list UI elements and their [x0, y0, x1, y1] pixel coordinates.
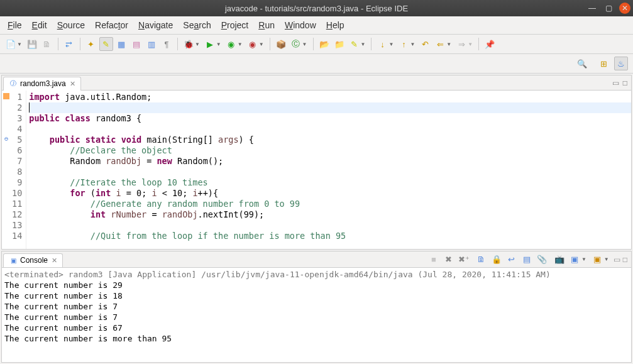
new-dropdown[interactable]: ▼: [17, 41, 22, 47]
line-gutter: 1234567891011121314: [11, 91, 26, 249]
console-output[interactable]: <terminated> random3 [Java Application] …: [2, 268, 631, 362]
save-all-button[interactable]: 🗎: [40, 37, 54, 51]
minimize-view-icon[interactable]: ▭: [612, 79, 619, 87]
console-line: The current number is 7: [4, 312, 629, 323]
open-console-button[interactable]: ▣: [568, 253, 581, 266]
console-line: The current number is more than 95: [4, 333, 629, 344]
menu-source[interactable]: Source: [53, 19, 89, 31]
code-lines[interactable]: import java.util.Random;public class ran…: [26, 91, 631, 249]
console-line: The current number is 18: [4, 290, 629, 301]
next-annotation-button[interactable]: ↓: [375, 37, 389, 51]
toggle-mark-button[interactable]: ✦: [84, 37, 98, 51]
display-selected-button[interactable]: 📺: [553, 253, 566, 266]
perspective-bar: 🔍 ⊞ ♨: [0, 54, 633, 74]
console-tab-close[interactable]: ✕: [52, 256, 57, 265]
editor-area: Ⓙ random3.java ✕ ▭ □ ⊖ 12345678910111213…: [1, 75, 632, 250]
new-console-button[interactable]: ▣: [591, 253, 603, 266]
menu-refactor[interactable]: Refactor: [91, 19, 132, 31]
highlight-button[interactable]: ✎: [99, 37, 113, 51]
java-file-icon: Ⓙ: [9, 79, 18, 88]
tab-label: random3.java: [20, 79, 66, 88]
pin-button[interactable]: 📌: [483, 37, 497, 51]
last-edit-button[interactable]: ↶: [418, 37, 432, 51]
code-editor[interactable]: ⊖ 1234567891011121314 import java.util.R…: [2, 91, 631, 249]
console-tab-label: Console: [20, 256, 48, 265]
title-bar: javacode - tutorials/src/random3.java - …: [0, 0, 633, 16]
debug-button[interactable]: 🐞: [182, 37, 195, 51]
back-button[interactable]: ⇐: [433, 37, 447, 51]
maximize-button[interactable]: ▢: [603, 3, 614, 14]
quick-access-icon[interactable]: 🔍: [575, 57, 589, 70]
menu-search[interactable]: Search: [179, 19, 214, 31]
console-line: The current number is 29: [4, 280, 629, 290]
menu-help[interactable]: Help: [322, 19, 348, 31]
coverage-button[interactable]: ◉: [224, 37, 238, 51]
block-select-button[interactable]: ▦: [114, 37, 128, 51]
close-button[interactable]: ✕: [619, 3, 630, 14]
pilcrow-button[interactable]: ¶: [160, 37, 173, 51]
editor-tabs: Ⓙ random3.java ✕ ▭ □: [2, 75, 631, 91]
terminate-button[interactable]: ■: [427, 253, 440, 266]
run-last-button[interactable]: ◉: [246, 37, 260, 51]
min-view-icon[interactable]: ▭: [614, 255, 620, 264]
remove-all-button[interactable]: ✖⁺: [458, 253, 470, 266]
new-button[interactable]: 📄: [4, 37, 18, 51]
new-class-button[interactable]: Ⓒ: [289, 37, 303, 51]
tab-console[interactable]: ▣ Console ✕: [3, 253, 63, 267]
maximize-view-icon[interactable]: □: [623, 79, 627, 87]
link-button[interactable]: ⥂: [62, 37, 76, 51]
forward-button[interactable]: ⇒: [454, 37, 468, 51]
tab-close-icon[interactable]: ✕: [70, 80, 75, 88]
menu-run[interactable]: Run: [255, 19, 278, 31]
new-package-button[interactable]: 📦: [274, 37, 288, 51]
menu-file[interactable]: File: [4, 19, 26, 31]
window-title: javacode - tutorials/src/random3.java - …: [225, 4, 408, 13]
console-tabs: ▣ Console ✕ ■ ✖ ✖⁺ 🗎 🔒 ↩ ▤ 📎 📺 ▣▼ ▣▼ ▭ □: [2, 251, 631, 268]
console-line: The current number is 7: [4, 301, 629, 312]
search-button[interactable]: ✎: [348, 37, 361, 51]
java-perspective-button[interactable]: ♨: [614, 57, 628, 70]
pin-console-button[interactable]: 📎: [536, 253, 548, 266]
max-view-icon[interactable]: □: [623, 255, 627, 264]
window-controls: — ▢ ✕: [586, 3, 630, 14]
marker-bar: ⊖: [2, 91, 11, 249]
clear-console-button[interactable]: 🗎: [475, 253, 488, 266]
prev-annotation-button[interactable]: ↑: [397, 37, 410, 51]
open-task-button[interactable]: 📁: [333, 37, 346, 51]
minimize-button[interactable]: —: [586, 3, 598, 14]
menu-bar: File Edit Source Refactor Navigate Searc…: [0, 16, 633, 35]
menu-navigate[interactable]: Navigate: [135, 19, 177, 31]
remove-launch-button[interactable]: ✖: [443, 253, 455, 266]
show-whitespace-button[interactable]: ▤: [129, 37, 143, 51]
save-button[interactable]: 💾: [25, 37, 39, 51]
menu-window[interactable]: Window: [281, 19, 320, 31]
console-icon: ▣: [9, 256, 18, 265]
menu-project[interactable]: Project: [217, 19, 253, 31]
console-line: The current number is 67: [4, 323, 629, 333]
tab-random3[interactable]: Ⓙ random3.java ✕: [3, 77, 81, 91]
menu-edit[interactable]: Edit: [28, 19, 51, 31]
show-console-button[interactable]: ▤: [520, 253, 533, 266]
toggle-word-wrap-button[interactable]: ▥: [145, 37, 158, 51]
open-type-button[interactable]: 📂: [317, 37, 331, 51]
run-button[interactable]: ▶: [203, 37, 217, 51]
console-header: <terminated> random3 [Java Application] …: [4, 269, 629, 280]
scroll-lock-button[interactable]: 🔒: [490, 253, 503, 266]
main-toolbar: 📄▼ 💾 🗎 ⥂ ✦ ✎ ▦ ▤ ▥ ¶ 🐞▼ ▶▼ ◉▼ ◉▼ 📦 Ⓒ▼ 📂 …: [0, 35, 633, 54]
word-wrap-button[interactable]: ↩: [505, 253, 518, 266]
open-perspective-button[interactable]: ⊞: [597, 57, 610, 70]
console-view: ▣ Console ✕ ■ ✖ ✖⁺ 🗎 🔒 ↩ ▤ 📎 📺 ▣▼ ▣▼ ▭ □…: [1, 251, 632, 363]
